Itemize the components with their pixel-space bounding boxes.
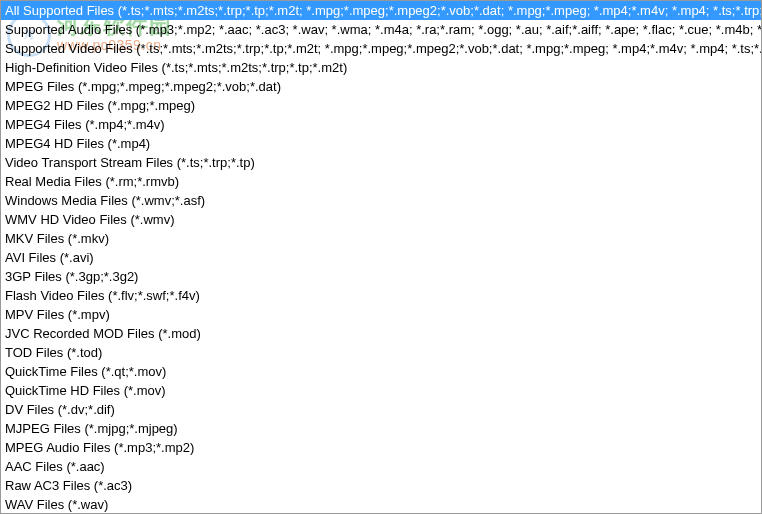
file-filter-option[interactable]: AAC Files (*.aac)	[1, 457, 761, 476]
file-filter-option[interactable]: High-Definition Video Files (*.ts;*.mts;…	[1, 58, 761, 77]
file-filter-option[interactable]: 3GP Files (*.3gp;*.3g2)	[1, 267, 761, 286]
file-filter-option[interactable]: DV Files (*.dv;*.dif)	[1, 400, 761, 419]
file-type-filter-dropdown-list[interactable]: All Supported Files (*.ts;*.mts;*.m2ts;*…	[1, 1, 761, 513]
file-filter-option[interactable]: TOD Files (*.tod)	[1, 343, 761, 362]
file-filter-option[interactable]: Windows Media Files (*.wmv;*.asf)	[1, 191, 761, 210]
file-filter-option[interactable]: QuickTime HD Files (*.mov)	[1, 381, 761, 400]
file-filter-option[interactable]: MPEG4 Files (*.mp4;*.m4v)	[1, 115, 761, 134]
file-filter-option[interactable]: All Supported Files (*.ts;*.mts;*.m2ts;*…	[1, 1, 761, 20]
file-filter-option[interactable]: Video Transport Stream Files (*.ts;*.trp…	[1, 153, 761, 172]
file-filter-option[interactable]: AVI Files (*.avi)	[1, 248, 761, 267]
file-filter-option[interactable]: Supported Video Files (*.ts;*.mts;*.m2ts…	[1, 39, 761, 58]
file-filter-option[interactable]: MPEG Files (*.mpg;*.mpeg;*.mpeg2;*.vob;*…	[1, 77, 761, 96]
file-filter-option[interactable]: Supported Audio Files (*.mp3;*.mp2; *.aa…	[1, 20, 761, 39]
file-filter-option[interactable]: MKV Files (*.mkv)	[1, 229, 761, 248]
file-filter-option[interactable]: Raw AC3 Files (*.ac3)	[1, 476, 761, 495]
file-filter-option[interactable]: WMV HD Video Files (*.wmv)	[1, 210, 761, 229]
file-filter-option[interactable]: MPEG2 HD Files (*.mpg;*.mpeg)	[1, 96, 761, 115]
file-filter-option[interactable]: JVC Recorded MOD Files (*.mod)	[1, 324, 761, 343]
file-filter-option[interactable]: WAV Files (*.wav)	[1, 495, 761, 513]
file-filter-option[interactable]: MPV Files (*.mpv)	[1, 305, 761, 324]
file-filter-option[interactable]: MJPEG Files (*.mjpg;*.mjpeg)	[1, 419, 761, 438]
file-filter-option[interactable]: Flash Video Files (*.flv;*.swf;*.f4v)	[1, 286, 761, 305]
file-filter-option[interactable]: Real Media Files (*.rm;*.rmvb)	[1, 172, 761, 191]
file-filter-option[interactable]: QuickTime Files (*.qt;*.mov)	[1, 362, 761, 381]
file-filter-option[interactable]: MPEG Audio Files (*.mp3;*.mp2)	[1, 438, 761, 457]
file-filter-option[interactable]: MPEG4 HD Files (*.mp4)	[1, 134, 761, 153]
